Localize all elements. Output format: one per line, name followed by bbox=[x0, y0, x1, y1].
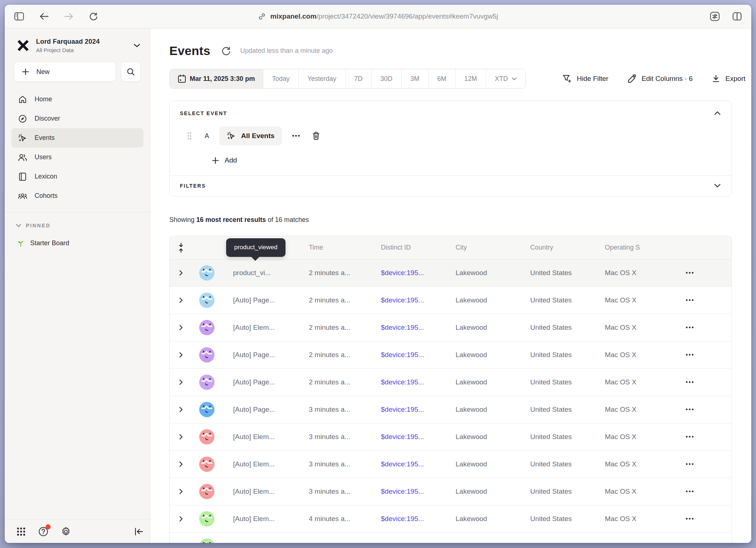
add-event-button[interactable]: Add bbox=[212, 156, 237, 164]
row-more-options-icon[interactable]: ••• bbox=[686, 488, 694, 495]
event-selector-chip[interactable]: All Events bbox=[219, 126, 282, 145]
distinct-id-link[interactable]: $device:195... bbox=[381, 433, 424, 441]
split-view-icon[interactable] bbox=[731, 11, 743, 22]
distinct-id-link[interactable]: $device:195... bbox=[381, 296, 424, 304]
expand-row-icon[interactable] bbox=[179, 297, 183, 304]
distinct-id-link[interactable]: $device:195... bbox=[381, 542, 424, 543]
expand-row-icon[interactable] bbox=[179, 270, 183, 276]
edit-columns-button[interactable]: Edit Columns · 6 bbox=[627, 74, 693, 83]
date-segment-6m[interactable]: 6M bbox=[429, 69, 456, 88]
user-avatar[interactable] bbox=[199, 347, 214, 363]
distinct-id-link[interactable]: $device:195... bbox=[381, 515, 424, 522]
date-segment-12m[interactable]: 12M bbox=[456, 69, 486, 88]
row-more-options-icon[interactable]: ••• bbox=[686, 406, 694, 413]
sidebar-item-starter-board[interactable]: Starter Board bbox=[5, 228, 150, 247]
table-row[interactable]: product_vi... 2 minutes a... $device:195… bbox=[170, 259, 732, 287]
sidebar-item-lexicon[interactable]: Lexicon bbox=[11, 167, 143, 186]
new-button[interactable]: New bbox=[14, 62, 116, 82]
expand-row-icon[interactable] bbox=[179, 324, 183, 331]
user-avatar[interactable] bbox=[199, 375, 214, 390]
sidebar-item-discover[interactable]: Discover bbox=[11, 109, 143, 128]
date-segment-today[interactable]: Today bbox=[263, 69, 299, 88]
table-row[interactable]: [Auto] Page... 2 minutes a... $device:19… bbox=[170, 287, 732, 314]
export-button[interactable]: Export bbox=[712, 74, 745, 83]
column-header-distinct-id[interactable]: Distinct ID bbox=[370, 244, 445, 251]
table-row[interactable]: [Auto] Page... 2 minutes a... $device:19… bbox=[170, 369, 732, 396]
expand-row-icon[interactable] bbox=[179, 352, 183, 358]
sidebar-item-events[interactable]: Events bbox=[11, 128, 143, 148]
collapse-all-rows-icon[interactable] bbox=[177, 243, 185, 253]
row-more-options-icon[interactable]: ••• bbox=[686, 434, 694, 440]
expand-row-icon[interactable] bbox=[179, 434, 183, 440]
expand-row-icon[interactable] bbox=[179, 488, 183, 495]
date-segment-yesterday[interactable]: Yesterday bbox=[299, 69, 345, 88]
drag-handle-icon[interactable] bbox=[187, 132, 192, 140]
expand-row-icon[interactable] bbox=[179, 461, 183, 467]
table-row[interactable]: [Auto] Elem... 2 minutes a... $device:19… bbox=[170, 314, 732, 341]
distinct-id-link[interactable]: $device:195... bbox=[381, 460, 424, 468]
column-header-os[interactable]: Operating S bbox=[594, 244, 663, 251]
column-header-city[interactable]: City bbox=[445, 244, 519, 251]
user-avatar[interactable] bbox=[199, 320, 214, 335]
expand-row-icon[interactable] bbox=[179, 379, 183, 385]
user-avatar[interactable] bbox=[199, 265, 214, 281]
user-avatar[interactable] bbox=[199, 511, 214, 527]
help-icon[interactable] bbox=[38, 526, 49, 537]
table-row[interactable]: [Auto] Elem... 4 minutes a... $device:19… bbox=[170, 505, 732, 533]
table-row[interactable]: [Auto] Page... 2 minutes a... $device:19… bbox=[170, 341, 732, 369]
date-segment-7d[interactable]: 7D bbox=[346, 69, 372, 88]
date-segment-3m[interactable]: 3M bbox=[402, 69, 429, 88]
row-more-options-icon[interactable]: ••• bbox=[686, 516, 694, 522]
expand-row-icon[interactable] bbox=[179, 516, 183, 522]
gear-icon[interactable] bbox=[60, 526, 72, 537]
user-avatar[interactable] bbox=[199, 457, 214, 472]
browser-back-icon[interactable] bbox=[38, 11, 50, 22]
hide-filter-button[interactable]: Hide Filter bbox=[562, 74, 609, 83]
expand-row-icon[interactable] bbox=[179, 406, 183, 413]
date-segment-xtd[interactable]: XTD bbox=[486, 69, 525, 88]
distinct-id-link[interactable]: $device:195... bbox=[381, 378, 424, 386]
browser-forward-icon[interactable] bbox=[63, 11, 75, 22]
date-segment-30d[interactable]: 30D bbox=[372, 69, 402, 88]
row-more-options-icon[interactable]: ••• bbox=[686, 324, 694, 331]
user-avatar[interactable] bbox=[199, 484, 214, 499]
distinct-id-link[interactable]: $device:195... bbox=[381, 488, 424, 495]
browser-sidebar-toggle-icon[interactable] bbox=[13, 11, 25, 22]
table-row[interactable]: [Auto] Page... 3 minutes a... $device:19… bbox=[170, 396, 732, 423]
distinct-id-link[interactable]: $device:195... bbox=[381, 324, 424, 331]
distinct-id-link[interactable]: $device:195... bbox=[381, 269, 424, 277]
table-row[interactable]: [Auto] Elem... 3 minutes a... $device:19… bbox=[170, 478, 732, 505]
project-switcher[interactable]: Lord Farquaad 2024 All Project Data bbox=[5, 28, 150, 53]
sidebar-item-users[interactable]: Users bbox=[11, 148, 143, 167]
refresh-icon[interactable] bbox=[221, 46, 231, 56]
expand-filters-icon[interactable] bbox=[713, 182, 722, 189]
user-avatar[interactable] bbox=[199, 429, 214, 445]
sidebar-item-home[interactable]: Home bbox=[11, 90, 143, 109]
row-more-options-icon[interactable]: ••• bbox=[686, 461, 694, 467]
apps-grid-icon[interactable] bbox=[16, 526, 27, 537]
distinct-id-link[interactable]: $device:195... bbox=[381, 351, 424, 359]
collapse-sidebar-icon[interactable] bbox=[133, 527, 144, 537]
pinned-section-header[interactable]: PINNED bbox=[5, 212, 150, 228]
date-segment-custom[interactable]: Mar 11, 2025 3:30 pm bbox=[170, 69, 263, 88]
search-button[interactable] bbox=[121, 62, 141, 82]
page-settings-icon[interactable] bbox=[708, 10, 721, 23]
event-more-options-icon[interactable]: ••• bbox=[292, 132, 301, 140]
column-header-time[interactable]: Time bbox=[298, 244, 370, 251]
column-header-country[interactable]: Country bbox=[519, 244, 594, 251]
row-more-options-icon[interactable]: ••• bbox=[686, 352, 694, 358]
row-more-options-icon[interactable]: ••• bbox=[686, 297, 694, 304]
distinct-id-link[interactable]: $device:195... bbox=[381, 406, 424, 413]
row-more-options-icon[interactable]: ••• bbox=[686, 270, 694, 276]
sidebar-item-cohorts[interactable]: Cohorts bbox=[11, 186, 143, 206]
table-row[interactable]: [Auto] Elem... 3 minutes a... $device:19… bbox=[170, 451, 732, 478]
table-row[interactable]: [Auto] Elem... 3 minutes a... $device:19… bbox=[170, 423, 732, 451]
user-avatar[interactable] bbox=[199, 539, 214, 543]
browser-reload-icon[interactable] bbox=[87, 11, 99, 23]
table-row[interactable]: [Auto] Elem... 4 minutes a... $device:19… bbox=[170, 533, 732, 543]
row-more-options-icon[interactable]: ••• bbox=[686, 379, 694, 385]
delete-event-icon[interactable] bbox=[312, 131, 320, 141]
collapse-select-event-icon[interactable] bbox=[713, 110, 722, 117]
url-bar[interactable]: mixpanel.com/project/3472420/view/397469… bbox=[258, 12, 498, 20]
user-avatar[interactable] bbox=[199, 293, 214, 308]
